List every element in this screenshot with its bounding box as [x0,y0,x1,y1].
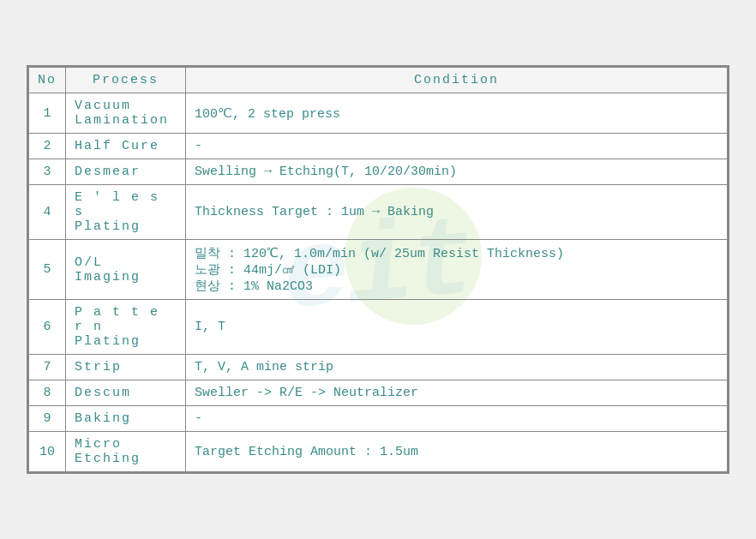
cell-no-10: 10 [29,432,66,472]
cell-condition-4: Thickness Target : 1um → Baking [186,185,728,240]
header-no: No [29,68,66,93]
cell-no-7: 7 [29,355,66,380]
table-row: 5O/L Imaging밀착 : 120℃, 1.0m/min (w/ 25um… [29,240,728,300]
table-row: 10Micro EtchingTarget Etching Amount : 1… [29,432,728,472]
cell-no-1: 1 [29,93,66,134]
cell-process-1: VacuumLamination [66,93,186,134]
cell-process-2: Half Cure [66,134,186,159]
cell-no-8: 8 [29,380,66,406]
cell-condition-9: - [186,406,728,432]
cell-process-6: P a t t e r nPlating [66,300,186,355]
table-row: 6P a t t e r nPlatingI, T [29,300,728,355]
cell-process-10: Micro Etching [66,432,186,472]
table-header-row: No Process Condition [29,68,728,93]
cell-process-9: Baking [66,406,186,432]
table-row: 9Baking- [29,406,728,432]
cell-no-5: 5 [29,240,66,300]
cell-condition-5: 밀착 : 120℃, 1.0m/min (w/ 25um Resist Thic… [186,240,728,300]
process-table: No Process Condition 1VacuumLamination10… [28,67,728,472]
cell-condition-8: Sweller -> R/E -> Neutralizer [186,380,728,406]
cell-no-9: 9 [29,406,66,432]
table-row: 7StripT, V, A mine strip [29,355,728,380]
cell-process-3: Desmear [66,159,186,185]
header-process: Process [66,68,186,93]
cell-process-8: Descum [66,380,186,406]
main-container: eit No Process Condition 1VacuumLaminati… [27,65,729,474]
cell-no-4: 4 [29,185,66,240]
cell-process-5: O/L Imaging [66,240,186,300]
cell-condition-6: I, T [186,300,728,355]
table-row: 8DescumSweller -> R/E -> Neutralizer [29,380,728,406]
cell-no-3: 3 [29,159,66,185]
cell-no-2: 2 [29,134,66,159]
cell-condition-1: 100℃, 2 step press [186,93,728,134]
cell-process-4: E ' l e s sPlating [66,185,186,240]
table-row: 4E ' l e s sPlatingThickness Target : 1u… [29,185,728,240]
cell-process-7: Strip [66,355,186,380]
cell-condition-7: T, V, A mine strip [186,355,728,380]
table-row: 3DesmearSwelling → Etching(T, 10/20/30mi… [29,159,728,185]
table-row: 1VacuumLamination100℃, 2 step press [29,93,728,134]
cell-condition-3: Swelling → Etching(T, 10/20/30min) [186,159,728,185]
table-row: 2Half Cure- [29,134,728,159]
cell-no-6: 6 [29,300,66,355]
cell-condition-2: - [186,134,728,159]
header-condition: Condition [186,68,728,93]
cell-condition-10: Target Etching Amount : 1.5um [186,432,728,472]
